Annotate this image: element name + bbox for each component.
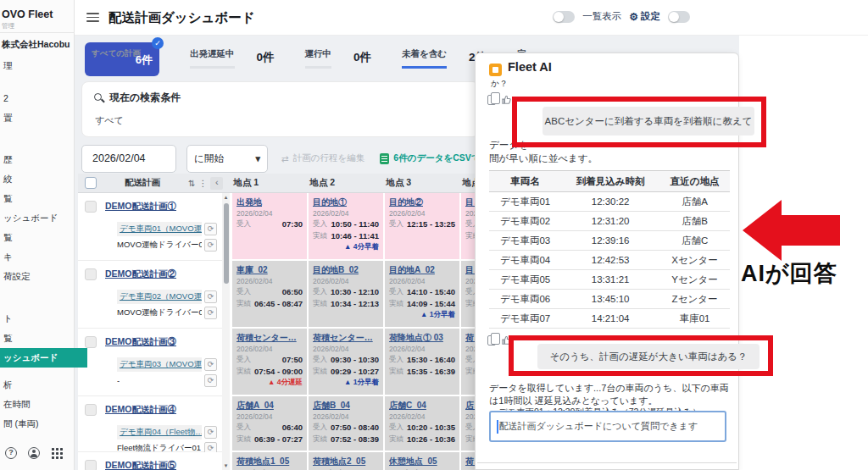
column-loc2: 地点 2 bbox=[303, 177, 380, 189]
sidebar-item[interactable]: 覧 bbox=[0, 228, 75, 247]
refresh-icon[interactable]: ⟳ bbox=[204, 223, 217, 235]
tab-2[interactable]: 運行中 0件 bbox=[305, 42, 372, 69]
location-cell: 出発地 2026/02/04 受入07:30 bbox=[232, 193, 307, 261]
secondary-toggle[interactable] bbox=[668, 11, 690, 23]
location-link[interactable]: 目的地B_02 bbox=[313, 264, 379, 276]
apps-grid-icon[interactable] bbox=[51, 447, 63, 459]
sort-icon[interactable]: ⇅ bbox=[188, 179, 195, 188]
annotation-arrow-icon bbox=[743, 200, 782, 261]
vehicle-link[interactable]: デモ車両04（Fleet物… bbox=[117, 425, 202, 440]
search-condition-card[interactable]: 現在の検索条件 すべて bbox=[81, 81, 480, 137]
scroll-down-icon[interactable]: ▾ bbox=[222, 462, 230, 469]
plan-link[interactable]: DEMO配送計画③ bbox=[105, 336, 176, 348]
location-link[interactable]: 休憩地点_05 bbox=[389, 456, 455, 467]
location-link[interactable]: 車庫_02 bbox=[236, 264, 303, 276]
plan-link[interactable]: DEMO配送計画② bbox=[105, 268, 176, 280]
start-mode-select[interactable]: に開始 ▾ bbox=[186, 145, 268, 173]
ai-question-input[interactable]: 配送計画ダッシュボードについて質問できます bbox=[489, 411, 726, 442]
location-link[interactable]: 店舗A_04 bbox=[236, 400, 303, 412]
sidebar-item[interactable]: 間 (車両) bbox=[0, 414, 75, 434]
scrollbar-thumb[interactable] bbox=[224, 203, 229, 284]
refresh-icon[interactable]: ⟳ bbox=[204, 426, 217, 439]
sidebar-item[interactable]: 絞 bbox=[0, 169, 75, 189]
location-link[interactable]: 荷積地点1_05 bbox=[236, 456, 303, 467]
input-placeholder: 配送計画ダッシュボードについて質問できます bbox=[499, 420, 698, 433]
refresh-icon[interactable]: ⟳ bbox=[204, 358, 217, 371]
plan-row: DEMO配送計画③ デモ車両03（MOVO運… ⟳ - ⟳ 荷積センター… 20… bbox=[78, 329, 542, 396]
location-link[interactable]: 荷降地点① 03 bbox=[389, 332, 455, 344]
location-link[interactable]: 荷積センター… bbox=[313, 332, 379, 344]
row-checkbox[interactable] bbox=[85, 460, 97, 470]
ai-answer-2: データを取得しています...7台の車両のうち、以下の車両は1時間以 遅延見込みと… bbox=[489, 382, 735, 406]
vehicle-link[interactable]: デモ車両02（MOVO運… bbox=[117, 290, 202, 304]
plan-card: DEMO配送計画⑤ bbox=[78, 452, 222, 470]
plan-link[interactable]: DEMO配送計画④ bbox=[105, 404, 176, 416]
divider bbox=[477, 462, 737, 463]
sidebar-item[interactable]: 2 bbox=[0, 89, 75, 108]
sidebar-item[interactable]: 歴 bbox=[0, 150, 75, 169]
tab-count: 0件 bbox=[353, 48, 371, 65]
copy-icon[interactable] bbox=[487, 95, 496, 105]
time-line: 実績07:52 - 08:39 bbox=[313, 434, 379, 445]
refresh-icon[interactable]: ⟳ bbox=[204, 290, 217, 303]
location-date: 2026/02/04 bbox=[389, 277, 455, 285]
sidebar-item[interactable]: 理 bbox=[0, 56, 75, 75]
row-checkbox[interactable] bbox=[85, 336, 97, 348]
plan-row: DEMO配送計画② デモ車両02（MOVO運… ⟳ MOVO運輸ドライバー02 … bbox=[78, 261, 542, 329]
location-link[interactable]: 目的地② bbox=[389, 196, 455, 208]
sidebar-item[interactable]: 覧 bbox=[0, 189, 75, 208]
location-link[interactable]: 店舗C_04 bbox=[389, 400, 455, 412]
sidebar-item[interactable]: 覧 bbox=[0, 329, 75, 348]
sidebar-item[interactable]: ッシュボード bbox=[0, 208, 75, 228]
sidebar-item[interactable]: ト bbox=[0, 309, 75, 329]
location-link[interactable]: 目的地A_02 bbox=[389, 264, 455, 276]
row-checkbox[interactable] bbox=[85, 404, 97, 416]
user-icon[interactable] bbox=[28, 447, 40, 459]
thumbs-up-icon[interactable] bbox=[502, 95, 512, 105]
plan-card: DEMO配送計画① デモ車両01（MOVO運… ⟳ MOVO運輸ドライバー01 … bbox=[78, 193, 222, 261]
ai-table-cell: 13:31:21 bbox=[561, 270, 659, 290]
sidebar-item[interactable]: 置 bbox=[0, 108, 75, 128]
refresh-icon[interactable]: ⟳ bbox=[204, 239, 217, 252]
row-checkbox[interactable] bbox=[85, 201, 97, 213]
vertical-scrollbar[interactable]: ▴ ▾ bbox=[222, 193, 230, 470]
vehicle-link[interactable]: デモ車両01（MOVO運… bbox=[117, 222, 202, 236]
tab-1[interactable]: 出発遅延中 0件 bbox=[190, 42, 275, 69]
app-canvas: OVO Fleet 管理 株式会社Hacobu 理2置歴絞覧ッシュボード覧キ荷設… bbox=[0, 0, 868, 470]
location-cell: 荷積センター… 2026/02/04 受入09:30 - 10:30 実績09:… bbox=[309, 329, 383, 396]
sidebar-item[interactable]: キ bbox=[0, 247, 75, 267]
scroll-up-icon[interactable]: ▴ bbox=[222, 194, 230, 201]
location-link[interactable]: 目的地① bbox=[313, 196, 379, 208]
kebab-menu-icon[interactable]: ⋮ bbox=[198, 179, 207, 188]
copy-icon[interactable] bbox=[487, 335, 496, 346]
ai-table-cell: 12:31:20 bbox=[561, 212, 659, 231]
sidebar-item[interactable]: 析 bbox=[0, 375, 75, 395]
date-input[interactable]: 2026/02/04 bbox=[81, 145, 176, 173]
refresh-icon[interactable]: ⟳ bbox=[204, 307, 217, 319]
sidebar-item[interactable]: 荷設定 bbox=[0, 267, 75, 286]
row-checkbox[interactable] bbox=[85, 268, 97, 280]
select-all-checkbox[interactable] bbox=[85, 177, 97, 189]
list-view-toggle[interactable] bbox=[553, 11, 575, 23]
settings-button[interactable]: ⚙ 設定 bbox=[629, 10, 660, 23]
refresh-icon[interactable]: ⟳ bbox=[204, 374, 217, 387]
hamburger-menu-icon[interactable] bbox=[86, 13, 99, 22]
help-icon[interactable]: ? bbox=[5, 447, 17, 459]
edit-route-button[interactable]: ⇄ 計画の行程を編集 bbox=[281, 152, 364, 164]
location-link[interactable]: 出発地 bbox=[236, 196, 303, 208]
collapse-column-button[interactable]: ‹ bbox=[210, 177, 223, 190]
vehicle-link[interactable]: デモ車両03（MOVO運… bbox=[117, 357, 202, 372]
search-icon bbox=[94, 93, 102, 101]
location-link[interactable]: 店舗B_04 bbox=[313, 400, 379, 412]
plan-row: DEMO配送計画① デモ車両01（MOVO運… ⟳ MOVO運輸ドライバー01 … bbox=[78, 193, 542, 261]
location-date: 2026/02/04 bbox=[389, 345, 455, 353]
plan-link[interactable]: DEMO配送計画① bbox=[105, 201, 176, 213]
ai-result-table: 車両名到着見込み時刻直近の地点 デモ車両0112:30:22店舗Aデモ車両021… bbox=[489, 170, 730, 329]
ai-table-cell: デモ車両05 bbox=[489, 270, 561, 290]
sidebar-item[interactable]: 在時間 bbox=[0, 395, 75, 414]
location-link[interactable]: 荷積センター… bbox=[236, 332, 303, 344]
sidebar-item[interactable]: ッシュボード bbox=[0, 348, 87, 368]
tab-0[interactable]: すべての計画 6件 ✓ bbox=[85, 42, 159, 76]
location-link[interactable]: 荷積地点2_05 bbox=[313, 456, 379, 467]
plan-link[interactable]: DEMO配送計画⑤ bbox=[105, 460, 176, 470]
